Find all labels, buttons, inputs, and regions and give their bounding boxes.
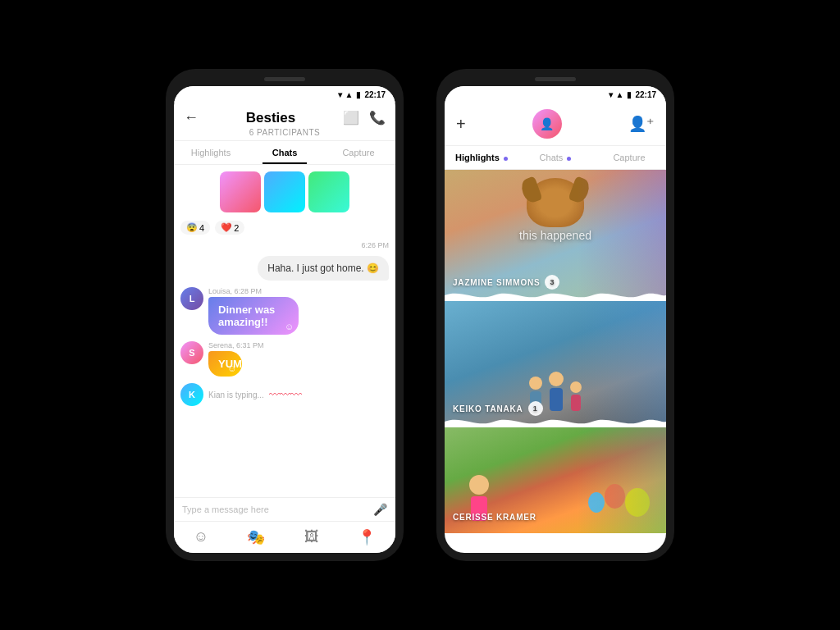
signal-icon-r: ▲ [616,90,624,99]
left-screen: ▾ ▲ ▮ 22:17 ← Besties ⬜ 📞 6 PARTICIPANTS… [174,86,395,553]
right-status-bar: ▾ ▲ ▮ 22:17 [445,86,666,103]
back-button[interactable]: ← [184,109,199,126]
chat-title: Besties [246,110,295,126]
emoji-icon[interactable]: ☺ [194,528,208,546]
story-jazmine[interactable]: this happened JAZMINE SIMMONS 3 [445,170,666,301]
louisa-meta: Louisa, 6:28 PM [208,287,338,295]
bubble-yum: YUM ☺ [208,351,242,377]
sticker-icon[interactable]: 🎭 [247,528,265,546]
message-right-1: Haha. I just got home. 😊 [180,256,389,281]
bottom-toolbar: ☺ 🎭 🖼 📍 [174,521,395,553]
story-thumb-1[interactable] [220,171,261,212]
reaction-heart[interactable]: ❤️ 2 [215,221,244,235]
chat-action-icons: ⬜ 📞 [343,110,386,126]
add-story-button[interactable]: + [456,115,466,134]
tab-highlights-r[interactable]: Highlights [445,146,518,169]
story-cerisse-label: CERISSE KRAMER [453,513,536,522]
serena-meta: Serena, 6:31 PM [208,341,264,349]
microphone-icon[interactable]: 🎤 [373,503,387,516]
location-icon[interactable]: 📍 [358,528,376,546]
reaction-row: 😨 4 ❤️ 2 [180,221,389,235]
message-louisa: L Louisa, 6:28 PM Dinner was amazing!! ☺ [180,287,389,335]
right-status-time: 22:17 [635,90,656,99]
chat-tabs: Highlights Chats Capture [174,141,395,165]
signal-icon: ▲ [345,90,354,99]
tab-capture-r[interactable]: Capture [592,146,666,169]
story-keiko-label: KEIKO TANAKA 1 [453,401,543,416]
this-happened-text: this happened [519,229,591,242]
tab-capture[interactable]: Capture [322,141,395,164]
teal-overlay [578,427,666,533]
bubble-dinner: Dinner was amazing!! ☺ [208,297,299,335]
tab-highlights[interactable]: Highlights [174,141,248,164]
story-keiko[interactable]: KEIKO TANAKA 1 [445,300,666,427]
story-thumb-3[interactable] [308,171,349,212]
avatar-louisa: L [180,287,203,310]
video-call-icon[interactable]: ⬜ [343,110,359,126]
message-time-1: 6:26 PM [180,241,389,249]
reaction-scared[interactable]: 😨 4 [180,221,210,235]
story-jazmine-label: JAZMINE SIMMONS 3 [453,275,559,290]
left-status-bar: ▾ ▲ ▮ 22:17 [174,86,395,103]
chats-dot [567,157,571,161]
typing-indicator: 〰〰〰 [269,388,301,401]
battery-icon: ▮ [356,90,361,99]
tab-chats[interactable]: Chats [248,141,322,164]
user-avatar[interactable]: 👤 [532,109,562,139]
jazmine-count: 3 [545,275,559,290]
message-input[interactable]: Type a message here [182,504,368,514]
highlights-tabs: Highlights Chats Capture [445,146,666,170]
left-phone: ▾ ▲ ▮ 22:17 ← Besties ⬜ 📞 6 PARTICIPANTS… [166,69,404,561]
message-input-bar[interactable]: Type a message here 🎤 [174,497,395,521]
avatar-serena: S [180,341,203,364]
highlights-header: + 👤 👤⁺ [445,103,666,146]
chat-body: 😨 4 ❤️ 2 6:26 PM Haha. I just got home. … [174,165,395,497]
blue-overlay [578,300,666,427]
right-speaker [535,77,576,81]
right-phone: ▾ ▲ ▮ 22:17 + 👤 👤⁺ Highlights Chats C [436,69,674,561]
battery-icon-r: ▮ [627,90,632,99]
right-screen: ▾ ▲ ▮ 22:17 + 👤 👤⁺ Highlights Chats C [445,86,666,553]
image-icon[interactable]: 🖼 [304,528,319,546]
status-time: 22:17 [364,90,386,99]
wifi-icon-r: ▾ [609,90,613,99]
typing-text: Kian is typing... [208,390,264,399]
phone-call-icon[interactable]: 📞 [369,110,386,126]
wave-divider-1 [445,289,666,301]
kian-typing: K Kian is typing... 〰〰〰 [180,383,389,406]
wave-divider-2 [445,415,666,427]
wifi-icon: ▾ [338,90,342,99]
highlights-dot [504,157,508,161]
highlights-content: this happened JAZMINE SIMMONS 3 [445,170,666,553]
chat-header: ← Besties ⬜ 📞 6 PARTICIPANTS [174,103,395,141]
avatar-kian: K [180,383,203,406]
keiko-count: 1 [528,401,543,416]
message-serena: S Serena, 6:31 PM YUM ☺ [180,341,389,377]
story-thumb-2[interactable] [264,171,305,212]
story-thumbnails [180,171,389,212]
story-cerisse[interactable]: CERISSE KRAMER [445,427,666,533]
add-person-icon[interactable]: 👤⁺ [628,115,655,133]
bubble-haha: Haha. I just got home. 😊 [258,256,389,281]
left-speaker [264,77,305,81]
tab-chats-r[interactable]: Chats [518,146,592,169]
participants-count: 6 PARTICIPANTS [249,128,320,137]
